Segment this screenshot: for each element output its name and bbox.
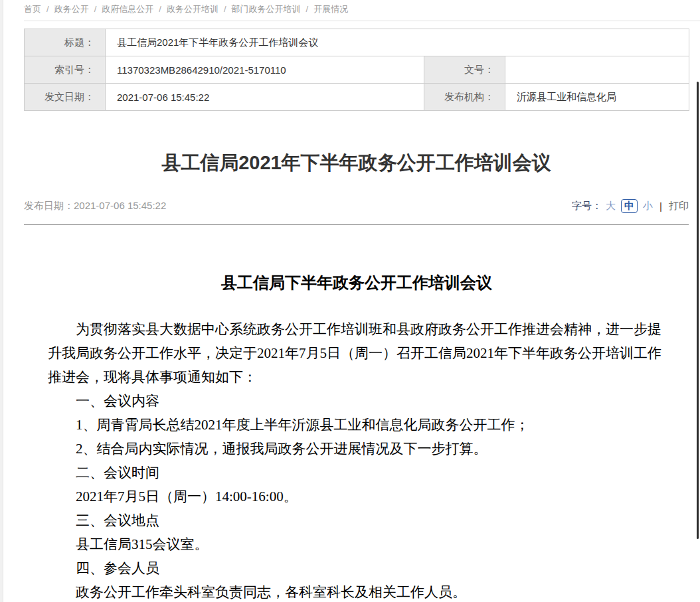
body-paragraph: 2、结合局内实际情况，通报我局政务公开进展情况及下一步打算。 xyxy=(48,437,665,461)
body-paragraph: 四、参会人员 xyxy=(48,556,665,580)
index-value: 11370323MB28642910/2021-5170110 xyxy=(106,56,424,84)
body-paragraph: 为贯彻落实县大数据中心系统政务公开工作培训班和县政府政务公开工作推进会精神，进一… xyxy=(48,317,665,389)
body-paragraph: 二、会议时间 xyxy=(48,461,665,485)
content-paragraphs: 为贯彻落实县大数据中心系统政务公开工作培训班和县政府政务公开工作推进会精神，进一… xyxy=(48,317,665,602)
publish-date: 发布日期：2021-07-06 15:45:22 xyxy=(24,200,166,212)
breadcrumb-link[interactable]: 部门政务公开培训 xyxy=(232,4,301,14)
breadcrumb-separator: / xyxy=(94,4,97,14)
body-paragraph: 三、会议地点 xyxy=(48,508,665,532)
date-label: 发文日期： xyxy=(25,84,106,111)
title-label: 标题： xyxy=(25,29,106,56)
breadcrumb-link[interactable]: 政务公开 xyxy=(54,4,89,14)
docnum-value xyxy=(505,56,689,84)
breadcrumb-separator: / xyxy=(159,4,161,14)
content-heading: 县工信局下半年政务公开工作培训会议 xyxy=(48,272,665,293)
table-row: 索引号： 11370323MB28642910/2021-5170110 文号： xyxy=(25,56,689,84)
page-title: 县工信局2021年下半年政务公开工作培训会议 xyxy=(24,150,689,175)
body-paragraph: 1、周青霄局长总结2021年度上半年沂源县工业和信息化局政务公开工作； xyxy=(48,413,665,437)
font-small-button[interactable]: 小 xyxy=(643,200,653,212)
breadcrumb-link[interactable]: 首页 xyxy=(24,4,41,14)
font-large-button[interactable]: 大 xyxy=(606,200,616,212)
page-left-edge xyxy=(0,0,3,602)
breadcrumb: 首页/政务公开/政府信息公开/政务公开培训/部门政务公开培训/开展情况 xyxy=(24,3,348,15)
font-size-controls: 字号： 大 中 小 | 打印 xyxy=(572,199,689,213)
font-medium-button[interactable]: 中 xyxy=(621,199,638,213)
font-size-label: 字号： xyxy=(572,200,602,212)
body-paragraph: 一、会议内容 xyxy=(48,389,665,413)
article-meta-row: 发布日期：2021-07-06 15:45:22 字号： 大 中 小 | 打印 xyxy=(24,198,689,213)
breadcrumb-link[interactable]: 开展情况 xyxy=(313,4,348,14)
breadcrumb-link[interactable]: 政务公开培训 xyxy=(167,4,219,14)
print-button[interactable]: 打印 xyxy=(669,200,689,212)
body-paragraph: 县工信局315会议室。 xyxy=(48,532,665,556)
index-label: 索引号： xyxy=(25,56,106,84)
article-body: 县工信局下半年政务公开工作培训会议 为贯彻落实县大数据中心系统政务公开工作培训班… xyxy=(48,224,665,602)
breadcrumb-separator: / xyxy=(224,4,226,14)
title-value: 县工信局2021年下半年政务公开工作培训会议 xyxy=(106,29,689,56)
meta-table: 标题： 县工信局2021年下半年政务公开工作培训会议 索引号： 11370323… xyxy=(24,29,689,111)
date-value: 2021-07-06 15:45:22 xyxy=(106,84,424,111)
table-row: 发文日期： 2021-07-06 15:45:22 发布机构： 沂源县工业和信息… xyxy=(25,84,689,111)
publish-date-label: 发布日期： xyxy=(24,200,74,211)
breadcrumb-link[interactable]: 政府信息公开 xyxy=(102,4,153,14)
scrollbar-thumb[interactable] xyxy=(697,82,699,539)
breadcrumb-separator: / xyxy=(306,4,309,14)
agency-label: 发布机构： xyxy=(424,84,505,111)
publish-date-value: 2021-07-06 15:45:22 xyxy=(74,200,166,211)
agency-value: 沂源县工业和信息化局 xyxy=(505,84,689,111)
docnum-label: 文号： xyxy=(424,56,505,84)
table-row: 标题： 县工信局2021年下半年政务公开工作培训会议 xyxy=(25,29,689,56)
separator-bar: | xyxy=(659,200,662,212)
body-paragraph: 2021年7月5日（周一）14:00-16:00。 xyxy=(48,485,665,508)
breadcrumb-separator: / xyxy=(46,4,49,14)
breadcrumb-divider xyxy=(24,21,700,21)
body-paragraph: 政务公开工作牵头科室负责同志，各科室科长及相关工作人员。 xyxy=(48,580,665,602)
